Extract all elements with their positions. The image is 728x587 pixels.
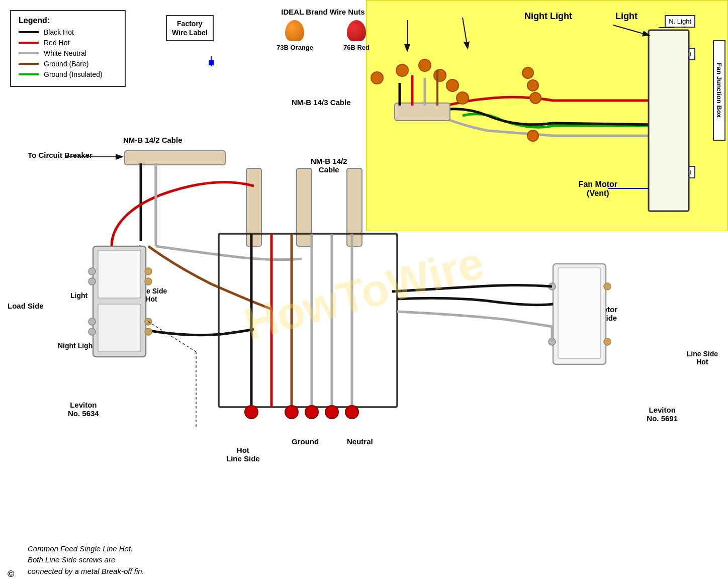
svg-point-24 [88, 318, 96, 325]
wire-nut-orange-label: 73B Orange [277, 44, 313, 51]
fan-junction-label: Fan Junction Box [713, 40, 725, 141]
svg-point-46 [325, 406, 338, 419]
n-light-box: N. Light [665, 15, 695, 28]
vent-box: Vent [674, 166, 695, 178]
svg-rect-36 [219, 234, 397, 407]
neutral-label: Neutral [347, 437, 373, 446]
legend-item-green: Ground (Insulated) [19, 70, 117, 78]
svg-point-35 [604, 338, 611, 345]
leviton-5691-label: Leviton No. 5691 [647, 397, 678, 423]
light-label-top: Light [615, 11, 638, 22]
svg-point-26 [145, 268, 152, 275]
junction-area [366, 0, 728, 231]
svg-point-32 [549, 283, 556, 290]
leviton-5634-label: Leviton No. 5634 [68, 392, 99, 418]
svg-rect-20 [98, 250, 141, 298]
copyright: © [8, 569, 14, 579]
wire-nut-red: 76B Red [343, 20, 370, 51]
svg-rect-12 [297, 168, 312, 246]
night-light-label: Night Light [524, 11, 572, 22]
svg-rect-11 [246, 168, 261, 246]
load-side-label: Load Side [8, 302, 44, 310]
factory-wire-label-box: Factory Wire Label [166, 15, 214, 41]
svg-point-23 [88, 278, 96, 285]
light-box: Light [673, 48, 695, 60]
wire-nuts-section: IDEAL Brand Wire Nuts 73B Orange 76B Red [277, 8, 370, 51]
light-switch-label: Light [70, 291, 87, 300]
svg-rect-13 [347, 168, 362, 246]
wire-nut-red-label: 76B Red [343, 44, 370, 51]
bottom-note: Common Feed Single Line Hot. Both Line S… [28, 532, 144, 577]
svg-point-28 [145, 318, 152, 325]
factory-wire-label-text: Factory Wire Label [172, 20, 208, 37]
watermark: HowToWire [239, 237, 489, 350]
line-side-hot-left-label: Line Side Hot [136, 279, 167, 303]
wire-nut-orange: 73B Orange [277, 20, 313, 51]
fan-motor-vent-label: Fan Motor (Vent) [579, 171, 617, 198]
svg-point-34 [604, 283, 611, 290]
svg-point-47 [345, 406, 358, 419]
legend-item-brown: Ground (Bare) [19, 60, 117, 68]
nm-b-142-right-label: NM-B 14/2 Cable [311, 148, 347, 174]
svg-rect-21 [98, 304, 141, 352]
svg-rect-15 [125, 151, 225, 165]
legend-title: Legend: [19, 16, 117, 25]
fan-motor-load-label: Fan Motor Load Side [581, 297, 618, 322]
svg-point-33 [549, 338, 556, 345]
night-light-switch-label: Night Light [58, 342, 95, 350]
svg-line-48 [148, 322, 196, 352]
ground-label: Ground [292, 437, 319, 446]
hot-line-side-label: Hot Line Side [226, 437, 260, 463]
legend-item-black: Black Hot [19, 28, 117, 36]
legend-item-red: Red Hot [19, 39, 117, 47]
svg-point-22 [88, 268, 96, 275]
legend-item-white: White Neutral [19, 49, 117, 57]
svg-point-45 [305, 406, 318, 419]
factory-label-indicator [209, 60, 214, 65]
legend-box: Legend: Black Hot Red Hot White Neutral … [10, 10, 126, 87]
nm-b-143-label: NM-B 14/3 Cable [292, 98, 351, 107]
svg-point-25 [88, 328, 96, 335]
nm-b-142-left-label: NM-B 14/2 Cable [123, 136, 183, 144]
svg-point-44 [285, 406, 298, 419]
svg-point-43 [245, 406, 258, 419]
wire-nuts-title: IDEAL Brand Wire Nuts [277, 8, 370, 16]
line-side-hot-right-label: Line Side Hot [687, 342, 718, 366]
svg-point-29 [145, 328, 152, 335]
circuit-breaker-label: To Circuit Breaker [28, 151, 93, 159]
